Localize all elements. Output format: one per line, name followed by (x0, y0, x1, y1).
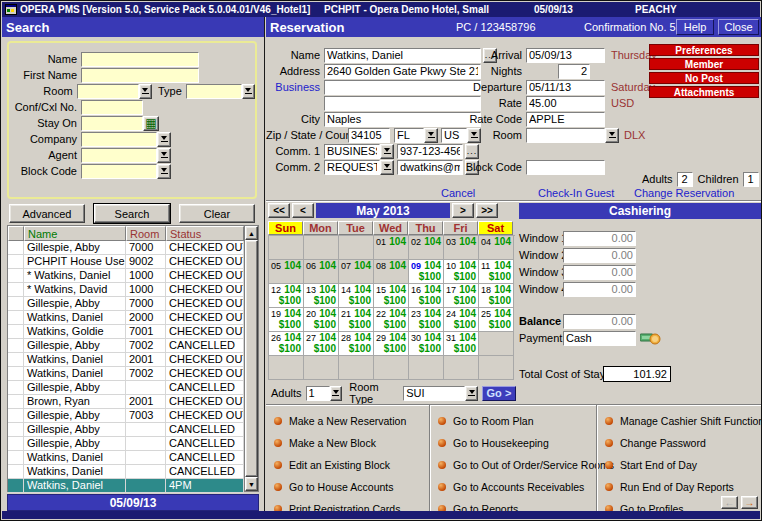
search-block-code-input[interactable] (81, 164, 157, 179)
calendar-day-cell[interactable]: 09104$100 (409, 260, 444, 284)
menu-item[interactable]: Make a New Block (266, 436, 429, 450)
menu-item[interactable]: Start End of Day (597, 458, 762, 472)
prev-year-button[interactable]: << (268, 203, 290, 218)
window-amount-field[interactable] (563, 248, 636, 263)
table-row[interactable]: * Watkins, David1000CHECKED OUT (8, 283, 244, 297)
arrival-field[interactable] (526, 48, 605, 63)
cal-room-type-lov-button[interactable] (465, 386, 478, 401)
table-row[interactable]: Gillespie, Abby7000CHECKED OUT (8, 297, 244, 311)
search-name-input[interactable] (81, 52, 199, 67)
departure-field[interactable] (526, 80, 605, 95)
search-first-name-input[interactable] (81, 68, 199, 83)
calendar-day-cell[interactable]: 01104 (374, 236, 409, 260)
comm2-type-field[interactable] (324, 160, 380, 175)
calendar-day-cell[interactable]: 10104$100 (444, 260, 479, 284)
next-month-button[interactable]: > (452, 203, 474, 218)
comm1-value-field[interactable] (397, 144, 463, 159)
calendar-day-cell[interactable]: 08104 (374, 260, 409, 284)
rate-field[interactable] (526, 96, 605, 111)
rate-code-field[interactable] (526, 112, 605, 127)
table-row[interactable]: Gillespie, AbbyCANCELLED (8, 423, 244, 437)
cal-adults-field[interactable] (306, 386, 330, 401)
menu-item[interactable]: Go to Housekeeping (430, 436, 596, 450)
calendar-day-cell[interactable]: 04104 (479, 236, 514, 260)
table-row[interactable]: Gillespie, Abby7003CHECKED OUT (8, 409, 244, 423)
search-room-input[interactable] (77, 84, 139, 99)
comm2-lov-button[interactable] (380, 160, 394, 175)
attachments-button[interactable]: Attachments (649, 86, 759, 98)
menu-item[interactable]: Make a New Reservation (266, 414, 429, 428)
table-row[interactable]: Brown, Ryan2001CHECKED OUT (8, 395, 244, 409)
menu-item[interactable]: Run End of Day Reports (597, 480, 762, 494)
search-button[interactable]: Search (94, 204, 170, 223)
table-row[interactable]: Gillespie, Abby7000CHECKED OUT (8, 241, 244, 255)
calendar-day-cell[interactable]: 22104$100 (374, 308, 409, 332)
comm1-ellipsis-button[interactable]: ... (465, 144, 479, 159)
help-button[interactable]: Help (676, 19, 714, 35)
company-lov-button[interactable] (157, 132, 171, 147)
calendar-day-cell[interactable]: 31104$100 (444, 332, 479, 356)
member-button[interactable]: Member (649, 58, 759, 70)
check-in-guest-link[interactable]: Check-In Guest (538, 187, 614, 199)
calendar-day-cell[interactable]: 20104$100 (304, 308, 339, 332)
agent-lov-button[interactable] (157, 148, 171, 163)
calendar-day-cell[interactable]: 26104$100 (269, 332, 304, 356)
scroll-up-icon[interactable]: ▲ (245, 226, 258, 240)
room-column-header[interactable]: Room (126, 226, 166, 241)
window-amount-field[interactable] (563, 231, 636, 246)
money-icon[interactable] (640, 331, 662, 345)
preferences-button[interactable]: Preferences (649, 44, 759, 56)
type-lov-button[interactable] (242, 84, 255, 99)
menu-item[interactable]: Go to Room Plan (430, 414, 596, 428)
calendar-day-cell[interactable]: 05104 (269, 260, 304, 284)
menu-item[interactable]: Go to Accounts Receivables (430, 480, 596, 494)
calendar-day-cell[interactable]: 30104$100 (409, 332, 444, 356)
table-row[interactable]: Watkins, Daniel4PM (8, 479, 244, 493)
cancel-link[interactable]: Cancel (441, 187, 475, 199)
comm1-type-field[interactable] (324, 144, 380, 159)
advanced-button[interactable]: Advanced (9, 204, 85, 223)
calendar-day-cell[interactable]: 11104$100 (479, 260, 514, 284)
calendar-day-cell[interactable]: 03104 (444, 236, 479, 260)
payment-field[interactable] (563, 331, 636, 346)
state-field[interactable] (394, 128, 424, 143)
calendar-day-cell[interactable]: 02104 (409, 236, 444, 260)
calendar-day-cell[interactable]: 13104$100 (304, 284, 339, 308)
table-row[interactable]: Watkins, DanielCANCELLED (8, 465, 244, 479)
nights-field[interactable] (558, 64, 590, 79)
calendar-day-cell[interactable]: 19104$100 (269, 308, 304, 332)
cal-adults-lov-button[interactable] (330, 386, 343, 401)
table-row[interactable]: Watkins, Daniel2001CHECKED OUT (8, 353, 244, 367)
children-field[interactable] (743, 172, 759, 187)
change-reservation-link[interactable]: Change Reservation (634, 187, 734, 199)
table-row[interactable]: Watkins, Daniel7002CHECKED OUT (8, 367, 244, 381)
results-scrollbar[interactable]: ▲ ▼ (244, 226, 258, 491)
scroll-down-icon[interactable]: ▼ (245, 477, 258, 491)
state-lov-button[interactable] (424, 128, 438, 143)
menu-item[interactable]: Go to House Accounts (266, 480, 429, 494)
page-right-icon[interactable]: → (741, 496, 758, 509)
prev-month-button[interactable]: < (292, 203, 314, 218)
calendar-day-cell[interactable]: 23104$100 (409, 308, 444, 332)
adults-field[interactable] (677, 172, 693, 187)
search-company-input[interactable] (81, 132, 157, 147)
calendar-day-cell[interactable]: 06104 (304, 260, 339, 284)
table-row[interactable]: Watkins, DanielCANCELLED (8, 451, 244, 465)
resv-block-code-field[interactable] (526, 160, 605, 175)
table-row[interactable]: Gillespie, AbbyCANCELLED (8, 381, 244, 395)
cal-room-type-field[interactable] (403, 386, 465, 401)
window-amount-field[interactable] (563, 265, 636, 280)
menu-item[interactable]: Go to Out of Order/Service Rooms (430, 458, 596, 472)
zip-field[interactable] (348, 128, 390, 143)
room-lov-button[interactable] (139, 84, 152, 99)
table-row[interactable]: PCHPIT House Use9002CHECKED OUT (8, 255, 244, 269)
window-amount-field[interactable] (563, 282, 636, 297)
calendar-day-cell[interactable]: 28104$100 (339, 332, 374, 356)
table-row[interactable]: * Watkins, Daniel1000CHECKED OUT (8, 269, 244, 283)
calendar-day-cell[interactable]: 12104$100 (269, 284, 304, 308)
calendar-day-cell[interactable]: 18104$100 (479, 284, 514, 308)
page-left-icon[interactable]: ← (721, 496, 738, 509)
table-row[interactable]: Watkins, Daniel2000CHECKED OUT (8, 311, 244, 325)
calendar-day-cell[interactable]: 25104$100 (479, 308, 514, 332)
calendar-day-cell[interactable]: 17104$100 (444, 284, 479, 308)
